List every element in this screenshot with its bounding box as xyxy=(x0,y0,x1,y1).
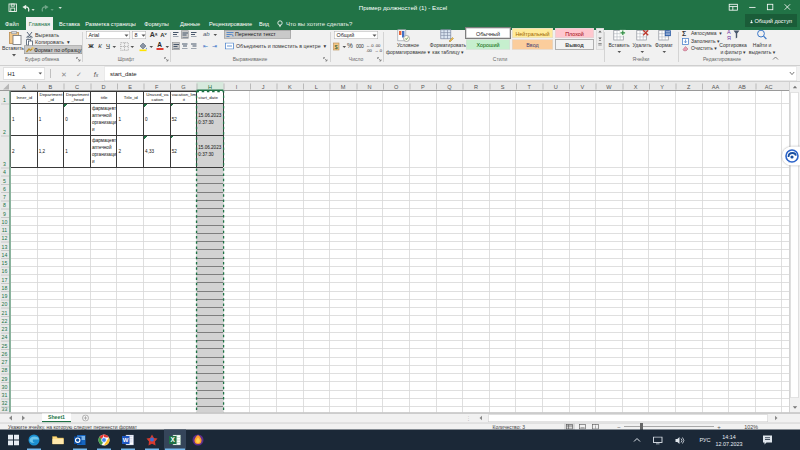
svg-text:X: X xyxy=(171,436,176,443)
svg-text:Я: Я xyxy=(727,35,731,41)
svg-text:W: W xyxy=(123,437,129,443)
